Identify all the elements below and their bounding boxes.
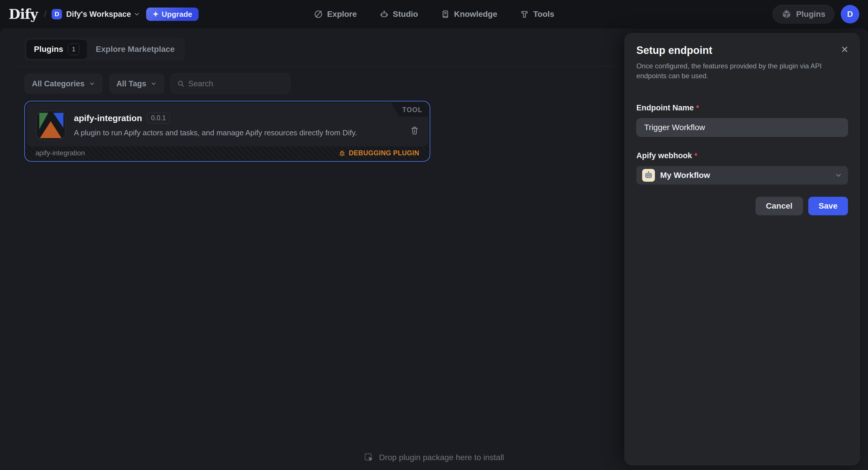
nav-item-explore[interactable]: Explore (314, 9, 357, 19)
package-icon (782, 9, 792, 19)
endpoint-name-input[interactable] (637, 118, 848, 137)
chevron-down-icon (89, 80, 95, 87)
dify-logo: Dify (9, 6, 38, 22)
search-icon (177, 80, 185, 88)
drop-package-icon (364, 452, 374, 463)
plugins-nav-label: Plugins (796, 9, 826, 19)
bug-icon (338, 149, 346, 157)
panel-title: Setup endpoint (637, 44, 848, 57)
drop-hint-text: Drop plugin package here to install (379, 453, 504, 462)
plugins-count-badge: 1 (68, 43, 80, 55)
plugin-version-badge: 0.0.1 (147, 113, 169, 124)
cancel-button[interactable]: Cancel (755, 197, 803, 215)
plugin-type-label: TOOL (391, 103, 428, 117)
all-tags-dropdown[interactable]: All Tags (109, 74, 164, 94)
search-field (171, 74, 290, 94)
main-content: Plugins 1 Explore Marketplace All Catego… (0, 28, 868, 470)
panel-subtitle: Once configured, the features provided b… (637, 61, 839, 81)
all-categories-dropdown[interactable]: All Categories (24, 74, 103, 94)
tab-plugins[interactable]: Plugins 1 (26, 40, 87, 59)
chevron-down-icon (835, 172, 842, 179)
close-icon[interactable]: ✕ (841, 45, 848, 54)
trash-icon[interactable] (410, 126, 420, 135)
workspace-badge: D (52, 9, 62, 20)
panel-actions: Cancel Save (637, 197, 848, 215)
plugins-nav-button[interactable]: Plugins (773, 5, 834, 24)
tab-explore-marketplace[interactable]: Explore Marketplace (87, 45, 183, 54)
plugin-description: A plugin to run Apify actors and tasks, … (74, 128, 357, 137)
user-avatar[interactable]: D (841, 5, 859, 24)
endpoint-name-label: Endpoint Name (637, 103, 694, 112)
nav-item-tools[interactable]: Tools (520, 9, 554, 19)
chevron-down-icon[interactable] (133, 11, 140, 18)
plugin-card-footer: apify-integration DEBUGGING PLUGIN (26, 146, 429, 160)
workflow-robot-icon (642, 169, 655, 182)
required-marker: * (696, 103, 699, 112)
debugging-plugin-label: DEBUGGING PLUGIN (349, 149, 419, 157)
filter-bar: All Categories All Tags (24, 74, 290, 94)
upgrade-label: Upgrade (162, 10, 192, 19)
robot-icon (379, 9, 389, 19)
selected-workflow-label: My Workflow (660, 171, 710, 180)
setup-endpoint-panel: Setup endpoint ✕ Once configured, the fe… (624, 33, 860, 465)
apify-webhook-label-row: Apify webhook * (637, 151, 848, 160)
sparkle-icon: ✦ (153, 10, 159, 19)
nav-item-label: Knowledge (454, 9, 497, 19)
all-categories-label: All Categories (32, 79, 85, 89)
breadcrumb-separator: / (44, 9, 46, 19)
nav-item-knowledge[interactable]: Knowledge (441, 9, 497, 19)
top-navbar: Dify / D Dify's Workspace ✦ Upgrade Expl… (0, 0, 868, 28)
chevron-down-icon (151, 80, 157, 87)
apify-plugin-icon (36, 110, 66, 140)
plugin-card-apify-integration[interactable]: TOOL apify-integration 0.0.1 A plugin to… (24, 101, 430, 162)
workspace-name[interactable]: Dify's Workspace (66, 10, 131, 19)
search-input[interactable] (188, 79, 284, 89)
book-icon (441, 9, 450, 19)
nav-item-label: Studio (393, 9, 418, 19)
required-marker: * (694, 151, 697, 160)
plugin-card-body: TOOL apify-integration 0.0.1 A plugin to… (26, 103, 428, 146)
plugin-name: apify-integration (74, 113, 142, 123)
endpoint-name-label-row: Endpoint Name * (637, 103, 848, 112)
debugging-plugin-badge: DEBUGGING PLUGIN (338, 149, 419, 157)
all-tags-label: All Tags (117, 79, 146, 89)
save-button[interactable]: Save (808, 197, 848, 215)
compass-icon (314, 9, 323, 19)
plugin-footer-name: apify-integration (35, 149, 85, 157)
nav-item-label: Explore (327, 9, 357, 19)
nav-item-studio[interactable]: Studio (379, 9, 418, 19)
nav-item-label: Tools (533, 9, 554, 19)
apify-webhook-label: Apify webhook (637, 151, 692, 160)
hammer-icon (520, 9, 529, 19)
apify-webhook-select[interactable]: My Workflow (637, 166, 848, 184)
tab-bar: Plugins 1 Explore Marketplace (24, 38, 185, 61)
upgrade-button[interactable]: ✦ Upgrade (146, 7, 198, 21)
tab-plugins-label: Plugins (34, 45, 63, 54)
header-divider (13, 66, 616, 66)
